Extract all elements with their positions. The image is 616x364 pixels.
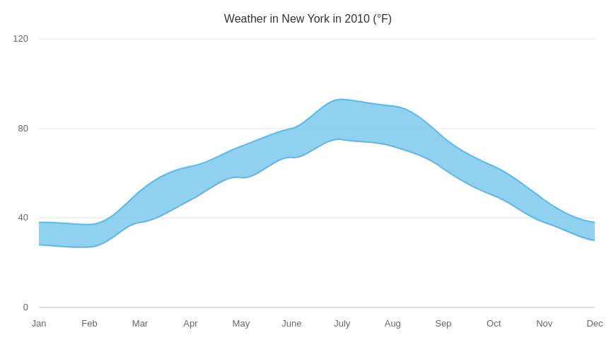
x-label-aug: Aug bbox=[385, 318, 401, 329]
x-label-apr: Apr bbox=[183, 318, 198, 329]
x-label-dec: Dec bbox=[586, 318, 603, 329]
y-label-80: 80 bbox=[18, 123, 28, 134]
y-label-40: 40 bbox=[18, 212, 28, 223]
chart-svg: 0 40 80 120 bbox=[0, 0, 616, 364]
y-label-120: 120 bbox=[13, 33, 28, 44]
x-label-mar: Mar bbox=[132, 318, 149, 329]
x-label-nov: Nov bbox=[536, 318, 553, 329]
area-fill bbox=[39, 99, 595, 247]
y-label-0: 0 bbox=[23, 302, 28, 312]
x-label-jan: Jan bbox=[32, 318, 47, 329]
x-label-may: May bbox=[233, 318, 250, 329]
x-label-june: June bbox=[281, 318, 301, 329]
x-label-july: July bbox=[334, 318, 351, 329]
chart-container: Weather in New York in 2010 (°F) 0 40 80… bbox=[0, 0, 616, 364]
x-label-oct: Oct bbox=[487, 318, 501, 329]
x-label-sep: Sep bbox=[435, 318, 451, 329]
x-label-feb: Feb bbox=[81, 318, 97, 329]
